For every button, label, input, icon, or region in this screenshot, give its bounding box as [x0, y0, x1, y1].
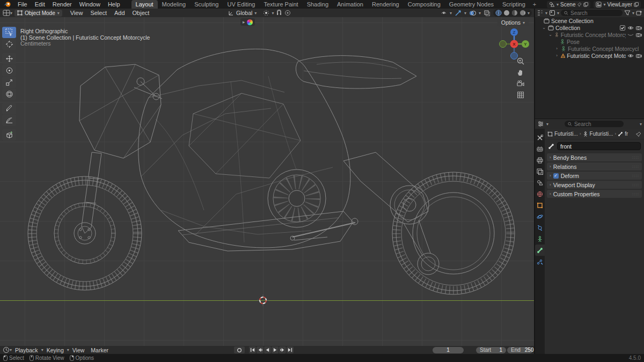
tab-tool[interactable]: [535, 132, 545, 143]
tab-compositing[interactable]: Compositing: [404, 0, 445, 9]
prev-keyframe-button[interactable]: [257, 346, 264, 353]
tool-add-cube[interactable]: [2, 129, 16, 141]
tab-uv-editing[interactable]: UV Editing: [223, 0, 259, 9]
display-mode-icon[interactable]: [549, 10, 555, 16]
outliner-row-pose[interactable]: Pose: [535, 38, 644, 45]
expander-icon[interactable]: ›: [554, 53, 559, 58]
tool-select-box[interactable]: [2, 27, 16, 38]
shading-rendered-icon[interactable]: [519, 10, 526, 16]
menu-file[interactable]: File: [14, 0, 31, 9]
viewport-3d[interactable]: Right Orthographic (1) Scene Collection …: [0, 17, 534, 346]
zoom-icon[interactable]: [516, 57, 524, 65]
visibility-dropdown-icon[interactable]: [441, 10, 447, 16]
play-button[interactable]: [272, 346, 279, 353]
expander-icon[interactable]: ›: [554, 46, 559, 51]
new-collection-icon[interactable]: [636, 10, 642, 16]
menu-view[interactable]: View: [67, 10, 87, 16]
properties-search-input[interactable]: [574, 121, 620, 127]
properties-editor-icon[interactable]: [537, 121, 544, 127]
tab-output[interactable]: [535, 154, 545, 166]
section-deform[interactable]: › ✓ Deform ::::: [547, 172, 642, 180]
grip-dots[interactable]: ::::: [632, 173, 639, 178]
bone-name-input[interactable]: [557, 142, 641, 150]
start-frame-field[interactable]: Start 1: [476, 347, 506, 353]
shading-wireframe-icon[interactable]: [495, 10, 502, 16]
camera-view-icon[interactable]: [516, 79, 524, 87]
menu-render[interactable]: Render: [49, 0, 76, 9]
section-custom-properties[interactable]: › Custom Properties ::::: [547, 190, 642, 198]
auto-keying-button[interactable]: [234, 346, 245, 353]
add-workspace-button[interactable]: +: [530, 0, 539, 9]
pin-icon[interactable]: [636, 131, 641, 137]
breadcrumb-object[interactable]: Futuristi...: [554, 131, 578, 137]
tab-sculpting[interactable]: Sculpting: [190, 0, 223, 9]
filter-icon[interactable]: [624, 10, 631, 16]
end-frame-field[interactable]: End 250: [507, 347, 533, 353]
editor-type-icon[interactable]: [3, 10, 10, 16]
pin-icon[interactable]: [577, 2, 582, 7]
outliner-search-input[interactable]: [570, 10, 619, 16]
eye-closed-icon[interactable]: [627, 32, 634, 38]
tab-object[interactable]: [535, 200, 545, 211]
navigation-gizmo[interactable]: Z Y X: [495, 27, 533, 64]
toggle-ortho-icon[interactable]: [516, 91, 524, 99]
outliner-editor-icon[interactable]: [537, 10, 544, 16]
xray-toggle-icon[interactable]: [484, 10, 491, 17]
tab-bone-constraints[interactable]: [535, 256, 545, 267]
tab-rendering[interactable]: Rendering: [368, 0, 404, 9]
play-reverse-button[interactable]: [264, 346, 271, 353]
tab-object-data[interactable]: [535, 233, 545, 245]
section-relations[interactable]: › Relations ::::: [547, 162, 642, 171]
tab-scene[interactable]: [535, 177, 545, 188]
snap-magnet-icon[interactable]: [276, 10, 282, 16]
tool-rotate[interactable]: [2, 65, 16, 76]
tab-render[interactable]: [535, 143, 545, 154]
jump-to-start-button[interactable]: [249, 346, 256, 353]
orientation-label[interactable]: Global: [236, 10, 252, 16]
pan-hand-icon[interactable]: [516, 68, 524, 76]
next-keyframe-button[interactable]: [279, 346, 286, 353]
tab-constraints[interactable]: [535, 222, 545, 233]
outliner-row-collection[interactable]: ⌄ Collection: [535, 24, 644, 31]
outliner-search[interactable]: [561, 10, 623, 16]
tab-bone[interactable]: [535, 245, 545, 256]
tab-modeling[interactable]: Modeling: [158, 0, 191, 9]
eye-icon[interactable]: [627, 53, 634, 58]
grip-dots[interactable]: ::::: [632, 164, 639, 169]
tab-texture-paint[interactable]: Texture Paint: [259, 0, 302, 9]
grip-dots[interactable]: ::::: [632, 155, 639, 160]
outliner-row-armature-data[interactable]: › Futuristic Concept Motorcycl: [535, 45, 644, 52]
menu-marker[interactable]: Marker: [87, 347, 112, 353]
current-frame-field[interactable]: 1: [433, 347, 464, 353]
expander-icon[interactable]: ⌄: [541, 25, 546, 30]
menu-select[interactable]: Select: [86, 10, 111, 16]
menu-edit[interactable]: Edit: [31, 0, 49, 9]
camera-restrict-icon[interactable]: [636, 32, 642, 38]
menu-help[interactable]: Help: [104, 0, 124, 9]
scene-selector[interactable]: ▾ Scene: [547, 1, 590, 8]
breadcrumb-armature[interactable]: Futuristi...: [590, 131, 613, 137]
menu-add[interactable]: Add: [111, 10, 129, 16]
new-scene-icon[interactable]: [583, 2, 588, 7]
proportional-editing-icon[interactable]: [284, 10, 291, 16]
expander-icon[interactable]: ⌄: [548, 32, 553, 37]
menu-object[interactable]: Object: [129, 10, 153, 16]
collapse-chevron-icon[interactable]: ▾: [640, 122, 642, 127]
options-button[interactable]: Options ▾: [497, 19, 529, 26]
grip-dots[interactable]: ::::: [632, 182, 639, 187]
menu-window[interactable]: Window: [76, 0, 104, 9]
tab-shading[interactable]: Shading: [303, 0, 333, 9]
outliner-row-scene-collection[interactable]: Scene Collection: [535, 17, 644, 24]
tab-scripting[interactable]: Scripting: [498, 0, 530, 9]
breadcrumb-bone[interactable]: fr: [625, 131, 628, 137]
blender-logo-icon[interactable]: [3, 1, 12, 8]
tab-view-layer[interactable]: [535, 166, 545, 177]
menu-playback[interactable]: Playback: [12, 347, 41, 353]
tool-scale[interactable]: [2, 77, 16, 88]
tool-move[interactable]: [2, 53, 16, 64]
tab-layout[interactable]: Layout: [131, 0, 158, 9]
tab-animation[interactable]: Animation: [333, 0, 368, 9]
shading-material-icon[interactable]: [511, 10, 518, 16]
menu-view[interactable]: View: [69, 347, 88, 353]
view-layer-selector[interactable]: ▾ ViewLayer: [594, 1, 641, 8]
